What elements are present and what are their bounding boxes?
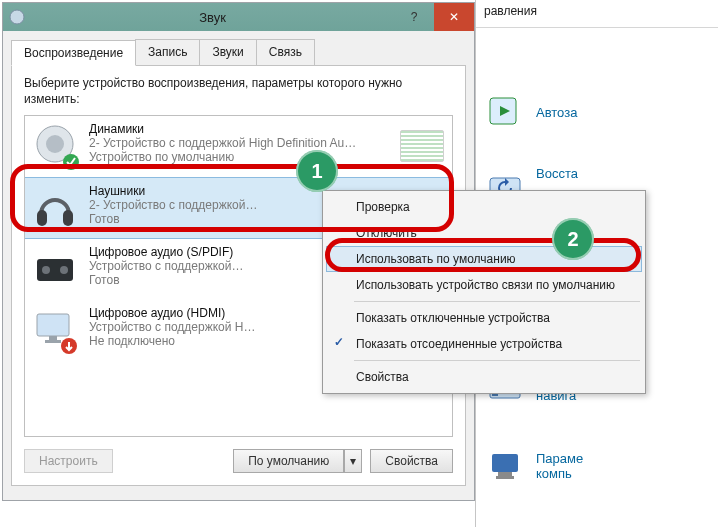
titlebar[interactable]: Звук ? ✕: [3, 3, 474, 31]
device-speakers[interactable]: Динамики 2- Устройство с поддержкой High…: [25, 116, 452, 177]
tab-communications[interactable]: Связь: [256, 39, 315, 65]
tab-recording[interactable]: Запись: [135, 39, 200, 65]
spdif-icon: [31, 245, 79, 293]
svg-rect-13: [37, 210, 47, 226]
tab-playback[interactable]: Воспроизведение: [11, 40, 136, 66]
context-menu: Проверка Отключить Использовать по умолч…: [322, 190, 646, 394]
level-meter: [400, 130, 444, 162]
tab-sounds[interactable]: Звуки: [199, 39, 256, 65]
svg-point-11: [46, 135, 64, 153]
control-panel-header: равления: [476, 0, 718, 28]
cp-item-label: Восста: [536, 166, 578, 181]
set-default-button[interactable]: По умолчанию: [233, 449, 344, 473]
svg-rect-14: [63, 210, 73, 226]
cm-show-disabled[interactable]: Показать отключенные устройства: [326, 305, 642, 331]
cp-item-counters[interactable]: ок Параме компь: [486, 442, 708, 490]
tabs: Воспроизведение Запись Звуки Связь: [11, 39, 466, 66]
close-button[interactable]: ✕: [434, 3, 474, 31]
control-panel-title-fragment: равления: [484, 4, 537, 18]
headphones-icon: [31, 184, 79, 232]
instruction-text: Выберите устройство воспроизведения, пар…: [24, 76, 453, 107]
cp-item-label: Автоза: [536, 105, 577, 120]
cm-separator: [354, 301, 640, 302]
device-title: Динамики: [89, 122, 390, 136]
cm-separator: [354, 360, 640, 361]
svg-rect-18: [37, 314, 69, 336]
cm-set-default[interactable]: Использовать по умолчанию: [326, 246, 642, 272]
bottom-buttons: Настроить По умолчанию ▾ Свойства: [24, 449, 453, 473]
device-sub2: Устройство по умолчанию: [89, 150, 390, 164]
cm-show-disconnected[interactable]: Показать отсоединенные устройства: [326, 331, 642, 357]
monitor-icon: [31, 306, 79, 354]
svg-rect-19: [49, 336, 57, 340]
svg-rect-8: [496, 476, 514, 479]
set-default-dropdown[interactable]: ▾: [344, 449, 362, 473]
configure-button[interactable]: Настроить: [24, 449, 113, 473]
svg-rect-20: [45, 340, 61, 343]
cp-item-autoplay[interactable]: Автоза: [486, 88, 708, 136]
speaker-icon: [31, 122, 79, 170]
svg-rect-6: [492, 454, 518, 472]
cm-disable[interactable]: Отключить: [326, 220, 642, 246]
counters-icon: [486, 446, 526, 486]
cp-item-label: Параме компь: [536, 451, 583, 481]
cm-set-comm-default[interactable]: Использовать устройство связи по умолчан…: [326, 272, 642, 298]
cm-properties[interactable]: Свойства: [326, 364, 642, 390]
svg-rect-7: [498, 472, 512, 476]
properties-button[interactable]: Свойства: [370, 449, 453, 473]
svg-point-17: [60, 266, 68, 274]
svg-point-9: [10, 10, 24, 24]
sound-app-icon: [9, 9, 25, 25]
device-sub1: 2- Устройство с поддержкой High Definiti…: [89, 136, 390, 150]
set-default-split-button[interactable]: По умолчанию ▾: [233, 449, 362, 473]
help-button[interactable]: ?: [394, 3, 434, 31]
autoplay-icon: [486, 92, 526, 132]
cm-test[interactable]: Проверка: [326, 194, 642, 220]
window-title: Звук: [31, 10, 394, 25]
svg-point-16: [42, 266, 50, 274]
